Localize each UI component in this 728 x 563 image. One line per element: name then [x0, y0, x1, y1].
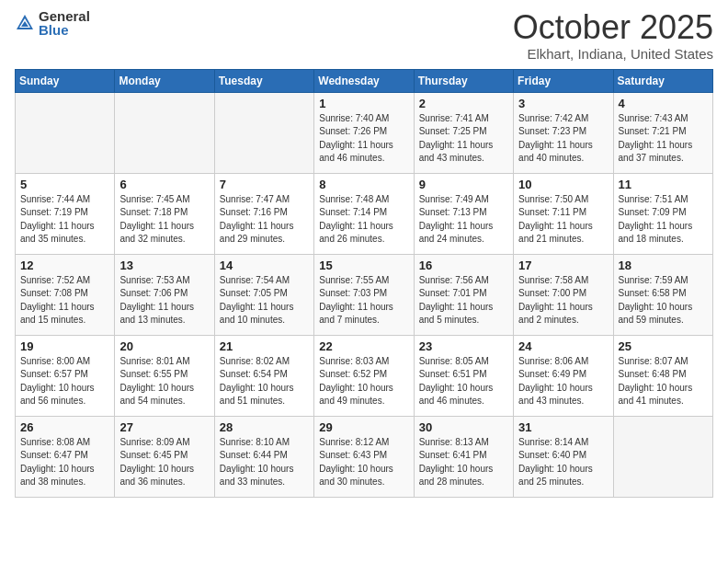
day-number: 18: [619, 259, 708, 272]
calendar-cell: 19Sunrise: 8:00 AMSunset: 6:57 PMDayligh…: [16, 335, 115, 416]
day-info: Sunrise: 8:07 AMSunset: 6:48 PMDaylight:…: [619, 355, 708, 408]
calendar-cell: 26Sunrise: 8:08 AMSunset: 6:47 PMDayligh…: [16, 416, 115, 497]
calendar-week-row: 19Sunrise: 8:00 AMSunset: 6:57 PMDayligh…: [16, 335, 713, 416]
weekday-header-thursday: Thursday: [414, 69, 513, 92]
calendar-week-row: 1Sunrise: 7:40 AMSunset: 7:26 PMDaylight…: [16, 92, 713, 173]
day-info: Sunrise: 8:13 AMSunset: 6:41 PMDaylight:…: [419, 436, 508, 489]
day-number: 8: [319, 178, 408, 191]
day-info: Sunrise: 7:55 AMSunset: 7:03 PMDaylight:…: [319, 274, 408, 327]
day-info: Sunrise: 7:59 AMSunset: 6:58 PMDaylight:…: [619, 274, 708, 327]
calendar-cell: 24Sunrise: 8:06 AMSunset: 6:49 PMDayligh…: [514, 335, 613, 416]
calendar-cell: 27Sunrise: 8:09 AMSunset: 6:45 PMDayligh…: [115, 416, 214, 497]
day-info: Sunrise: 7:40 AMSunset: 7:26 PMDaylight:…: [319, 112, 408, 166]
calendar-cell: [16, 92, 115, 173]
day-info: Sunrise: 7:44 AMSunset: 7:19 PMDaylight:…: [20, 193, 109, 247]
logo: General Blue: [15, 9, 90, 37]
logo-text: General Blue: [39, 9, 90, 37]
day-number: 15: [319, 259, 408, 272]
calendar-cell: 2Sunrise: 7:41 AMSunset: 7:25 PMDaylight…: [414, 92, 513, 173]
day-info: Sunrise: 7:45 AMSunset: 7:18 PMDaylight:…: [119, 193, 209, 247]
day-number: 9: [419, 178, 508, 191]
day-info: Sunrise: 8:14 AMSunset: 6:40 PMDaylight:…: [518, 436, 608, 489]
day-info: Sunrise: 8:10 AMSunset: 6:44 PMDaylight:…: [220, 436, 309, 489]
day-info: Sunrise: 7:41 AMSunset: 7:25 PMDaylight:…: [419, 112, 508, 166]
calendar-cell: 10Sunrise: 7:50 AMSunset: 7:11 PMDayligh…: [514, 173, 613, 254]
calendar-cell: 23Sunrise: 8:05 AMSunset: 6:51 PMDayligh…: [414, 335, 513, 416]
day-number: 16: [419, 259, 508, 272]
calendar-cell: 6Sunrise: 7:45 AMSunset: 7:18 PMDaylight…: [115, 173, 214, 254]
logo-blue-text: Blue: [39, 23, 90, 37]
day-number: 20: [119, 339, 209, 353]
page: General Blue October 2025 Elkhart, India…: [0, 0, 728, 563]
weekday-header-sunday: Sunday: [16, 69, 115, 92]
day-number: 4: [619, 97, 708, 110]
day-info: Sunrise: 8:06 AMSunset: 6:49 PMDaylight:…: [518, 355, 608, 408]
calendar-cell: 7Sunrise: 7:47 AMSunset: 7:16 PMDaylight…: [214, 173, 313, 254]
day-info: Sunrise: 8:05 AMSunset: 6:51 PMDaylight:…: [419, 355, 508, 408]
day-info: Sunrise: 7:50 AMSunset: 7:11 PMDaylight:…: [518, 193, 608, 247]
day-info: Sunrise: 7:48 AMSunset: 7:14 PMDaylight:…: [319, 193, 408, 247]
day-number: 19: [20, 339, 109, 353]
weekday-header-tuesday: Tuesday: [214, 69, 313, 92]
day-number: 2: [419, 97, 508, 110]
day-number: 1: [319, 97, 408, 110]
day-info: Sunrise: 8:03 AMSunset: 6:52 PMDaylight:…: [319, 355, 408, 408]
day-number: 7: [220, 178, 309, 191]
calendar-cell: 9Sunrise: 7:49 AMSunset: 7:13 PMDaylight…: [414, 173, 513, 254]
location-title: Elkhart, Indiana, United States: [513, 46, 713, 62]
calendar-cell: [214, 92, 313, 173]
calendar-cell: 8Sunrise: 7:48 AMSunset: 7:14 PMDaylight…: [314, 173, 414, 254]
calendar-cell: 12Sunrise: 7:52 AMSunset: 7:08 PMDayligh…: [16, 254, 115, 335]
calendar-cell: 31Sunrise: 8:14 AMSunset: 6:40 PMDayligh…: [514, 416, 613, 497]
day-info: Sunrise: 7:47 AMSunset: 7:16 PMDaylight:…: [220, 193, 309, 247]
day-number: 5: [20, 178, 109, 191]
month-title: October 2025: [513, 9, 713, 46]
day-info: Sunrise: 7:56 AMSunset: 7:01 PMDaylight:…: [419, 274, 508, 327]
calendar-cell: 14Sunrise: 7:54 AMSunset: 7:05 PMDayligh…: [214, 254, 313, 335]
day-number: 28: [220, 420, 309, 434]
day-number: 26: [20, 420, 109, 434]
day-info: Sunrise: 8:08 AMSunset: 6:47 PMDaylight:…: [20, 436, 109, 489]
day-number: 10: [518, 178, 608, 191]
day-number: 6: [119, 178, 209, 191]
day-info: Sunrise: 7:49 AMSunset: 7:13 PMDaylight:…: [419, 193, 508, 247]
calendar-cell: 18Sunrise: 7:59 AMSunset: 6:58 PMDayligh…: [613, 254, 712, 335]
weekday-header-friday: Friday: [514, 69, 613, 92]
day-info: Sunrise: 8:12 AMSunset: 6:43 PMDaylight:…: [319, 436, 408, 489]
calendar-cell: 4Sunrise: 7:43 AMSunset: 7:21 PMDaylight…: [613, 92, 712, 173]
day-number: 22: [319, 339, 408, 353]
calendar-cell: 1Sunrise: 7:40 AMSunset: 7:26 PMDaylight…: [314, 92, 414, 173]
calendar-cell: 22Sunrise: 8:03 AMSunset: 6:52 PMDayligh…: [314, 335, 414, 416]
day-number: 29: [319, 420, 408, 434]
logo-icon: [15, 13, 35, 33]
day-info: Sunrise: 7:53 AMSunset: 7:06 PMDaylight:…: [119, 274, 209, 327]
calendar-cell: 25Sunrise: 8:07 AMSunset: 6:48 PMDayligh…: [613, 335, 712, 416]
day-info: Sunrise: 8:00 AMSunset: 6:57 PMDaylight:…: [20, 355, 109, 408]
calendar-week-row: 26Sunrise: 8:08 AMSunset: 6:47 PMDayligh…: [16, 416, 713, 497]
calendar-cell: 5Sunrise: 7:44 AMSunset: 7:19 PMDaylight…: [16, 173, 115, 254]
day-info: Sunrise: 8:09 AMSunset: 6:45 PMDaylight:…: [119, 436, 209, 489]
day-number: 12: [20, 259, 109, 272]
calendar-cell: 28Sunrise: 8:10 AMSunset: 6:44 PMDayligh…: [214, 416, 313, 497]
calendar-cell: 17Sunrise: 7:58 AMSunset: 7:00 PMDayligh…: [514, 254, 613, 335]
day-info: Sunrise: 7:43 AMSunset: 7:21 PMDaylight:…: [619, 112, 708, 166]
day-info: Sunrise: 7:51 AMSunset: 7:09 PMDaylight:…: [619, 193, 708, 247]
day-number: 11: [619, 178, 708, 191]
day-number: 13: [119, 259, 209, 272]
day-info: Sunrise: 7:52 AMSunset: 7:08 PMDaylight:…: [20, 274, 109, 327]
day-number: 14: [220, 259, 309, 272]
day-number: 27: [119, 420, 209, 434]
calendar-cell: [613, 416, 712, 497]
calendar-cell: 29Sunrise: 8:12 AMSunset: 6:43 PMDayligh…: [314, 416, 414, 497]
day-number: 23: [419, 339, 508, 353]
day-number: 31: [518, 420, 608, 434]
day-info: Sunrise: 7:54 AMSunset: 7:05 PMDaylight:…: [220, 274, 309, 327]
calendar-cell: 11Sunrise: 7:51 AMSunset: 7:09 PMDayligh…: [613, 173, 712, 254]
title-block: October 2025 Elkhart, Indiana, United St…: [513, 9, 713, 62]
calendar-cell: 20Sunrise: 8:01 AMSunset: 6:55 PMDayligh…: [115, 335, 214, 416]
day-info: Sunrise: 8:01 AMSunset: 6:55 PMDaylight:…: [119, 355, 209, 408]
calendar-cell: 16Sunrise: 7:56 AMSunset: 7:01 PMDayligh…: [414, 254, 513, 335]
header: General Blue October 2025 Elkhart, India…: [15, 9, 713, 62]
calendar-cell: 13Sunrise: 7:53 AMSunset: 7:06 PMDayligh…: [115, 254, 214, 335]
calendar-cell: [115, 92, 214, 173]
